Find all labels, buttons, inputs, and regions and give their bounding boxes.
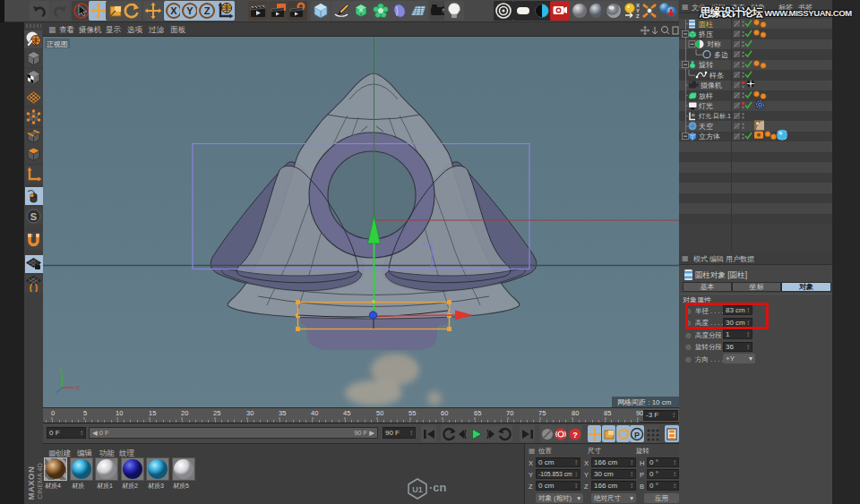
svg-text:55: 55: [408, 409, 416, 417]
svg-text:5: 5: [83, 409, 87, 417]
svg-text:P: P: [634, 430, 640, 439]
svg-text:o: o: [692, 112, 695, 117]
svg-text:Y: Y: [186, 5, 194, 16]
svg-text:35: 35: [279, 409, 286, 417]
svg-text:85: 85: [604, 409, 611, 417]
svg-text:X: X: [76, 385, 81, 391]
svg-text:75: 75: [538, 409, 546, 417]
svg-text:样条: 样条: [709, 72, 724, 80]
svg-text:20: 20: [181, 409, 188, 417]
svg-text:?: ?: [572, 430, 578, 439]
svg-text:65: 65: [474, 409, 481, 417]
svg-text:对称: 对称: [707, 40, 721, 48]
svg-text:挤压: 挤压: [698, 30, 713, 38]
svg-text:70: 70: [506, 409, 513, 417]
svg-text:U1: U1: [412, 485, 423, 494]
svg-text:Y: Y: [59, 367, 64, 373]
svg-text:灯光.目标.1: 灯光.目标.1: [699, 113, 731, 120]
svg-text:80: 80: [572, 409, 579, 417]
svg-text:灯光: 灯光: [698, 102, 713, 110]
svg-text:网格间距 : 10 cm: 网格间距 : 10 cm: [617, 398, 672, 406]
svg-text:30: 30: [246, 409, 254, 417]
svg-text:X: X: [170, 5, 177, 16]
svg-text:正视图: 正视图: [47, 40, 68, 48]
svg-text:10: 10: [116, 409, 123, 417]
svg-text:Z: Z: [204, 5, 211, 16]
svg-text:多边: 多边: [714, 51, 728, 59]
svg-text:天空: 天空: [699, 123, 713, 131]
svg-text:40: 40: [311, 409, 318, 417]
svg-text:25: 25: [213, 409, 220, 417]
svg-text:旋转: 旋转: [699, 61, 713, 69]
svg-text:60: 60: [441, 409, 448, 417]
svg-text:摄像机: 摄像机: [700, 81, 722, 90]
svg-text:15: 15: [149, 409, 156, 417]
svg-text:0: 0: [51, 409, 55, 417]
svg-text:放样: 放样: [699, 92, 713, 100]
svg-text:S: S: [30, 210, 37, 221]
svg-text:立方体: 立方体: [699, 132, 720, 141]
svg-text:( ): ( ): [30, 283, 38, 293]
svg-text:45: 45: [343, 409, 350, 417]
svg-text:50: 50: [376, 409, 383, 417]
